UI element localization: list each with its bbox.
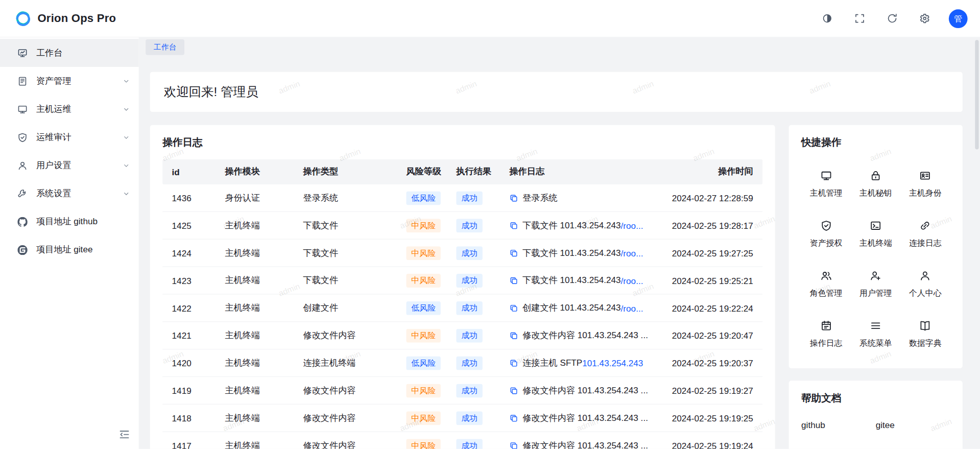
sidebar: 工作台 资产管理 主机运维 运维审计 (0, 37, 139, 448)
sidebar-item-label: 主机运维 (36, 104, 71, 115)
chevron-down-icon (123, 190, 130, 197)
app-title: Orion Ops Pro (37, 12, 116, 25)
cell-type: 下载文件 (294, 220, 397, 231)
sidebar-item[interactable]: 主机运维 (0, 95, 139, 123)
table-row[interactable]: 1425 主机终端 下载文件 中风险 成功 下载文件 101.43.254.24… (162, 212, 762, 240)
risk-badge: 中风险 (407, 246, 441, 260)
help-link[interactable]: github (801, 420, 876, 430)
table-row[interactable]: 1422 主机终端 创建文件 低风险 成功 创建文件 101.43.254.24… (162, 294, 762, 322)
help-link[interactable]: gitee (876, 420, 950, 430)
quick-action-label: 主机管理 (810, 187, 843, 199)
table-row[interactable]: 1436 身份认证 登录系统 低风险 成功 登录系统 (162, 184, 762, 212)
vertical-scrollbar[interactable] (975, 40, 978, 149)
quick-action[interactable]: 主机管理 (801, 159, 851, 209)
cell-time: 2024-02-25 19:19:25 (656, 413, 762, 423)
sidebar-item-label: 项目地址 gitee (36, 244, 92, 255)
cell-type: 下载文件 (294, 275, 397, 286)
log-link[interactable]: /roo... (621, 220, 643, 230)
brand[interactable]: Orion Ops Pro (15, 10, 116, 27)
sidebar-item-label: 资产管理 (36, 75, 71, 86)
settings-button[interactable] (916, 10, 933, 27)
cell-module: 主机终端 (216, 220, 294, 231)
cell-risk: 低风险 (397, 356, 447, 370)
log-text: 下载文件 101.43.254.243 (522, 247, 620, 258)
quick-action-label: 数据字典 (909, 338, 942, 349)
theme-toggle-button[interactable] (819, 10, 835, 27)
help-links: githubgitee (801, 420, 950, 430)
log-link[interactable]: /roo... (621, 248, 643, 258)
table-row[interactable]: 1418 主机终端 修改文件内容 中风险 成功 修改文件内容 101.43.25… (162, 405, 762, 432)
copy-icon[interactable] (509, 276, 518, 285)
cell-risk: 中风险 (397, 328, 447, 342)
chevron-down-icon (123, 105, 130, 113)
cell-result: 成功 (447, 356, 500, 370)
github-icon (17, 217, 28, 227)
body-row: 工作台 资产管理 主机运维 运维审计 (0, 37, 980, 448)
sidebar-item[interactable]: 工作台 (0, 39, 139, 67)
log-link[interactable]: /roo... (621, 303, 643, 313)
table-row[interactable]: 1424 主机终端 下载文件 中风险 成功 下载文件 101.43.254.24… (162, 240, 762, 267)
quick-action[interactable]: 个人中心 (900, 259, 950, 310)
copy-icon[interactable] (509, 414, 518, 422)
sidebar-collapse-button[interactable] (119, 429, 130, 440)
risk-badge: 中风险 (407, 328, 441, 342)
copy-icon[interactable] (509, 331, 518, 340)
sidebar-item[interactable]: 资产管理 (0, 67, 139, 95)
dict-icon (920, 320, 931, 332)
quick-action[interactable]: 系统菜单 (851, 310, 900, 360)
cell-risk: 中风险 (397, 246, 447, 260)
cell-log: 连接主机 SFTP 101.43.254.243 (500, 357, 656, 368)
cell-type: 创建文件 (294, 302, 397, 314)
cell-id: 1425 (162, 220, 216, 230)
cell-result: 成功 (447, 219, 500, 232)
copy-icon[interactable] (509, 194, 518, 202)
quick-action[interactable]: 用户管理 (851, 259, 900, 310)
copy-icon[interactable] (509, 359, 518, 367)
quick-action[interactable]: 主机秘钥 (851, 159, 900, 209)
copy-icon[interactable] (509, 249, 518, 257)
table-row[interactable]: 1420 主机终端 连接主机终端 低风险 成功 连接主机 SFTP 101.43… (162, 349, 762, 377)
app-logo-icon (15, 10, 31, 27)
copy-icon[interactable] (509, 303, 518, 312)
quick-action[interactable]: 连接日志 (900, 209, 950, 259)
quick-action[interactable]: 主机终端 (851, 209, 900, 259)
refresh-button[interactable] (884, 10, 900, 27)
user-icon (17, 160, 28, 171)
right-column: 快捷操作 主机管理 主机秘钥 (789, 125, 963, 449)
cell-log: 修改文件内容 101.43.254.243 ... (500, 385, 656, 396)
copy-icon[interactable] (509, 386, 518, 395)
help-card-title: 帮助文档 (801, 392, 950, 405)
dashboard-grid: 操作日志 id操作模块操作类型风险等级执行结果操作日志操作时间 1436 身份认… (150, 125, 963, 449)
table-row[interactable]: 1417 主机终端 修改文件内容 中风险 成功 修改文件内容 101.43.25… (162, 432, 762, 449)
sidebar-item[interactable]: 项目地址 gitee (0, 235, 139, 264)
risk-badge: 中风险 (407, 219, 441, 232)
quick-action[interactable]: 数据字典 (900, 310, 950, 360)
sidebar-item[interactable]: 用户设置 (0, 151, 139, 179)
sidebar-item[interactable]: 运维审计 (0, 123, 139, 151)
copy-icon[interactable] (509, 221, 518, 230)
tab-workbench[interactable]: 工作台 (146, 39, 184, 55)
table-row[interactable]: 1421 主机终端 修改文件内容 中风险 成功 修改文件内容 101.43.25… (162, 322, 762, 349)
quick-action[interactable]: 主机身份 (900, 159, 950, 209)
fullscreen-button[interactable] (851, 10, 868, 27)
table-row[interactable]: 1423 主机终端 下载文件 中风险 成功 下载文件 101.43.254.24… (162, 267, 762, 295)
log-link[interactable]: 101.43.254.243 (582, 358, 643, 368)
quick-action[interactable]: 角色管理 (801, 259, 851, 310)
log-text: 修改文件内容 101.43.254.243 ... (522, 330, 648, 341)
result-badge: 成功 (456, 384, 482, 397)
quick-actions-card: 快捷操作 主机管理 主机秘钥 (789, 125, 963, 368)
sidebar-item[interactable]: 项目地址 github (0, 207, 139, 235)
cell-module: 主机终端 (216, 302, 294, 314)
sidebar-item-label: 用户设置 (36, 160, 71, 171)
cell-risk: 中风险 (397, 219, 447, 232)
quick-action[interactable]: 资产授权 (801, 209, 851, 259)
cell-time: 2024-02-25 19:20:47 (656, 330, 762, 341)
cell-time: 2024-02-25 19:20:37 (656, 358, 762, 368)
result-badge: 成功 (456, 356, 482, 370)
sidebar-item[interactable]: 系统设置 (0, 179, 139, 207)
copy-icon[interactable] (509, 441, 518, 448)
table-row[interactable]: 1419 主机终端 修改文件内容 中风险 成功 修改文件内容 101.43.25… (162, 377, 762, 405)
log-link[interactable]: /roo... (621, 275, 643, 286)
quick-action[interactable]: 操作日志 (801, 310, 851, 360)
user-avatar[interactable]: 管 (949, 9, 968, 28)
